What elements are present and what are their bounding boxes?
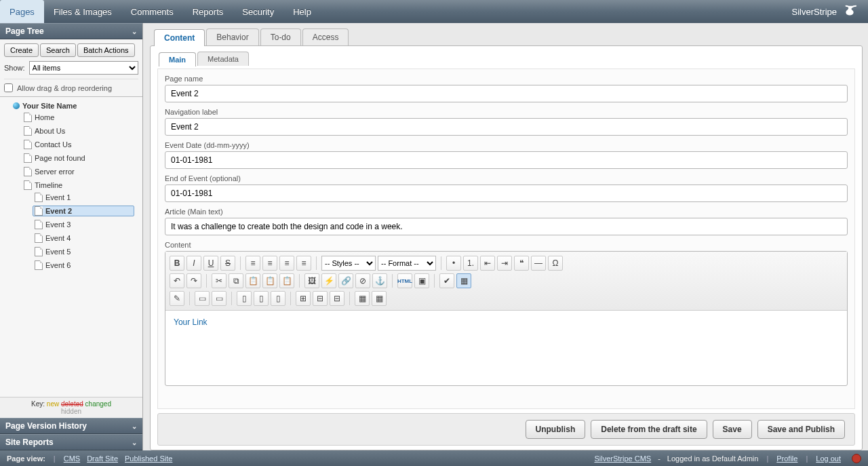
- menu-files-images[interactable]: Files & Images: [44, 0, 121, 23]
- paste-button[interactable]: 📋: [245, 273, 260, 288]
- cut-button[interactable]: ✂: [212, 273, 226, 288]
- page-icon: [35, 206, 43, 216]
- fullscreen-button[interactable]: ▣: [414, 273, 429, 288]
- col-after-button[interactable]: ▯: [254, 291, 269, 306]
- batch-actions-button[interactable]: Batch Actions: [77, 43, 135, 57]
- site-reports-header[interactable]: Site Reports ⌄: [0, 434, 142, 450]
- blockquote-button[interactable]: ❝: [514, 256, 529, 271]
- page-icon: [35, 193, 43, 202]
- allow-reorder-checkbox[interactable]: [4, 83, 13, 92]
- col-before-button[interactable]: ▯: [237, 291, 252, 306]
- tree-item-selected[interactable]: Event 2: [33, 206, 134, 216]
- table-props-button[interactable]: ▦: [355, 291, 370, 306]
- hr-button[interactable]: —: [531, 256, 546, 271]
- html-button[interactable]: HTML: [397, 273, 412, 288]
- form-scroll[interactable]: Page name Navigation label Event Date (d…: [157, 69, 855, 409]
- italic-button[interactable]: I: [186, 256, 201, 271]
- bullet-list-button[interactable]: •: [446, 256, 461, 271]
- align-center-button[interactable]: ≡: [262, 256, 277, 271]
- tree-item[interactable]: Contact Us: [22, 139, 137, 150]
- subtab-main[interactable]: Main: [159, 52, 196, 66]
- anchor-button[interactable]: ⚓: [372, 273, 387, 288]
- end-date-input[interactable]: [165, 185, 848, 202]
- version-history-header[interactable]: Page Version History ⌄: [0, 418, 142, 434]
- tree-item[interactable]: Event 1: [33, 192, 134, 203]
- content-link[interactable]: Your Link: [174, 317, 208, 327]
- tab-behavior[interactable]: Behavior: [206, 28, 258, 45]
- unpublish-button[interactable]: Unpublish: [526, 420, 586, 439]
- tree-item[interactable]: Home: [22, 112, 137, 123]
- draft-site-link[interactable]: Draft Site: [87, 454, 118, 463]
- merge-cells-button[interactable]: ⊞: [296, 291, 311, 306]
- close-icon[interactable]: [852, 454, 861, 463]
- page-name-input[interactable]: [165, 85, 848, 102]
- editor-body[interactable]: Your Link: [165, 311, 847, 385]
- separator: [349, 292, 350, 305]
- nav-label-input[interactable]: [165, 118, 848, 136]
- delete-table-button[interactable]: ▦: [372, 291, 387, 306]
- outdent-button[interactable]: ⇤: [480, 256, 495, 271]
- article-input[interactable]: [165, 218, 848, 235]
- menu-reports[interactable]: Reports: [183, 0, 233, 23]
- link-button[interactable]: 🔗: [338, 273, 353, 288]
- undo-button[interactable]: ↶: [170, 273, 184, 288]
- profile-link[interactable]: Profile: [776, 454, 797, 463]
- save-publish-button[interactable]: Save and Publish: [757, 420, 845, 439]
- copy-button[interactable]: ⧉: [229, 273, 243, 288]
- menu-comments[interactable]: Comments: [121, 0, 183, 23]
- indent-button[interactable]: ⇥: [497, 256, 512, 271]
- spellcheck-button[interactable]: ✔: [439, 273, 454, 288]
- tab-content[interactable]: Content: [154, 29, 205, 46]
- tree-item[interactable]: Event 4: [33, 233, 134, 244]
- row-after-button[interactable]: ▭: [212, 291, 226, 306]
- site-root[interactable]: Your Site Name: [11, 101, 140, 111]
- split-cells-button[interactable]: ⊟: [313, 291, 328, 306]
- logout-link[interactable]: Log out: [816, 454, 841, 463]
- subtab-metadata[interactable]: Metadata: [197, 52, 249, 66]
- paste-text-button[interactable]: 📋: [262, 273, 277, 288]
- styles-select[interactable]: -- Styles --: [321, 256, 376, 271]
- table-button[interactable]: ▦: [456, 273, 471, 288]
- create-button[interactable]: Create: [4, 43, 39, 57]
- align-right-button[interactable]: ≡: [279, 256, 294, 271]
- cms-home-link[interactable]: SilverStripe CMS: [594, 454, 651, 463]
- menu-help[interactable]: Help: [283, 0, 321, 23]
- tree-item[interactable]: Event 3: [33, 219, 134, 230]
- underline-button[interactable]: U: [203, 256, 218, 271]
- align-left-button[interactable]: ≡: [245, 256, 260, 271]
- tree-item[interactable]: About Us: [22, 125, 137, 136]
- image-button[interactable]: 🖼: [304, 273, 319, 288]
- tree-item[interactable]: Page not found: [22, 153, 137, 163]
- delete-col-button[interactable]: ▯: [271, 291, 285, 306]
- event-date-input[interactable]: [165, 151, 848, 169]
- search-button[interactable]: Search: [40, 43, 76, 57]
- delete-draft-button[interactable]: Delete from the draft site: [591, 420, 707, 439]
- row-before-button[interactable]: ▭: [195, 291, 210, 306]
- paste-word-button[interactable]: 📋: [279, 273, 294, 288]
- flash-button[interactable]: ⚡: [321, 273, 336, 288]
- edit-cell-button[interactable]: ✎: [170, 291, 184, 306]
- menu-security[interactable]: Security: [233, 0, 283, 23]
- bold-button[interactable]: B: [170, 256, 184, 271]
- show-select[interactable]: All items: [29, 61, 138, 75]
- tree-item[interactable]: Event 6: [33, 260, 134, 271]
- menu-pages[interactable]: Pages: [0, 0, 44, 23]
- cms-link[interactable]: CMS: [64, 454, 80, 463]
- tree-item[interactable]: Server error: [22, 166, 137, 177]
- strike-button[interactable]: S: [220, 256, 235, 271]
- end-date-label: End of Event (optional): [165, 174, 848, 182]
- redo-button[interactable]: ↷: [186, 273, 201, 288]
- tree-item[interactable]: Timeline: [22, 180, 137, 191]
- tree-item[interactable]: Event 5: [33, 246, 134, 257]
- align-justify-button[interactable]: ≡: [296, 256, 311, 271]
- format-select[interactable]: -- Format --: [378, 256, 436, 271]
- delete-row-button[interactable]: ⊟: [330, 291, 344, 306]
- unlink-button[interactable]: ⊘: [355, 273, 370, 288]
- tab-access[interactable]: Access: [302, 28, 349, 45]
- special-char-button[interactable]: Ω: [548, 256, 563, 271]
- published-site-link[interactable]: Published Site: [125, 454, 172, 463]
- page-tree-header[interactable]: Page Tree ⌄: [0, 23, 142, 39]
- save-button[interactable]: Save: [713, 420, 752, 439]
- number-list-button[interactable]: 1.: [463, 256, 478, 271]
- tab-todo[interactable]: To-do: [260, 28, 301, 45]
